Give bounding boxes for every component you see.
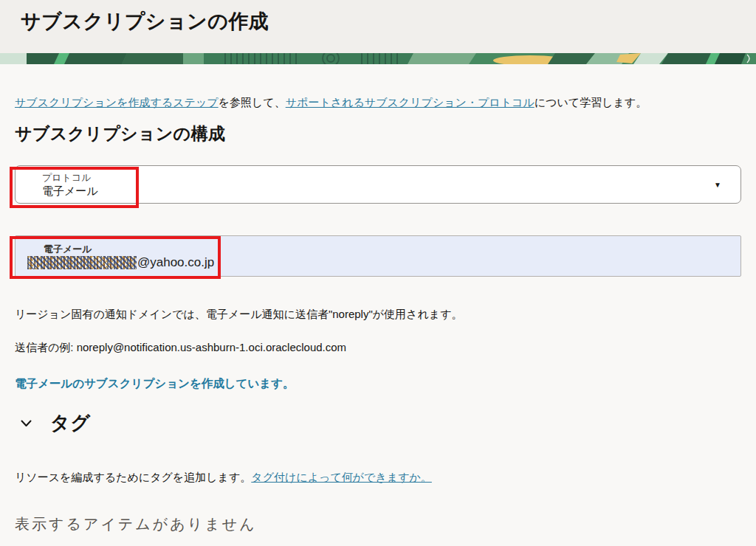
tags-section-heading: タグ bbox=[50, 410, 91, 436]
empty-items-message: 表示するアイテムがありません bbox=[15, 514, 741, 534]
tags-section-toggle[interactable]: タグ bbox=[15, 410, 741, 436]
protocol-value: 電子メール bbox=[42, 184, 98, 198]
protocol-select[interactable]: プロトコル 電子メール ▼ bbox=[15, 165, 741, 204]
email-input-content: 電子メール @yahoo.co.jp bbox=[16, 243, 214, 269]
email-input[interactable]: 電子メール @yahoo.co.jp bbox=[15, 235, 741, 277]
tagging-help-link[interactable]: タグ付けによって何ができますか。 bbox=[251, 471, 432, 483]
protocol-select-content: プロトコル 電子メール bbox=[16, 171, 98, 198]
noreply-note: リージョン固有の通知ドメインでは、電子メール通知に送信者"noreply"が使用… bbox=[15, 307, 741, 322]
intro-text: サブスクリプションを作成するステップを参照して、サポートされるサブスクリプション… bbox=[15, 64, 741, 110]
intro-text-1: を参照して、 bbox=[219, 96, 286, 108]
page-title: サブスクリプションの作成 bbox=[21, 8, 756, 35]
create-steps-link[interactable]: サブスクリプションを作成するステップ bbox=[15, 96, 219, 108]
page-header: サブスクリプションの作成 bbox=[0, 0, 756, 53]
email-value: @yahoo.co.jp bbox=[27, 255, 214, 269]
creating-subscription-message: 電子メールのサブスクリプションを作成しています。 bbox=[15, 376, 741, 392]
chevron-down-icon bbox=[21, 420, 32, 427]
intro-text-2: について学習します。 bbox=[535, 96, 647, 108]
tags-description: リソースを編成するためにタグを追加します。タグ付けによって何ができますか。 bbox=[15, 470, 741, 485]
chevron-down-dropdown-icon[interactable]: ▼ bbox=[714, 181, 721, 189]
supported-protocols-link[interactable]: サポートされるサブスクリプション・プロトコル bbox=[286, 96, 535, 108]
decorative-banner bbox=[0, 53, 756, 64]
config-section-heading: サブスクリプションの構成 bbox=[15, 122, 741, 145]
content-area: サブスクリプションを作成するステップを参照して、サポートされるサブスクリプション… bbox=[0, 64, 756, 546]
protocol-label: プロトコル bbox=[42, 171, 98, 184]
banner-pattern-image bbox=[0, 53, 756, 64]
email-domain-text: @yahoo.co.jp bbox=[137, 255, 214, 269]
subscription-create-page: サブスクリプションの作成 bbox=[0, 0, 756, 546]
redacted-email-localpart bbox=[27, 256, 137, 269]
tags-description-text: リソースを編成するためにタグを追加します。 bbox=[15, 471, 251, 483]
sender-example-note: 送信者の例: noreply@notification.us-ashburn-1… bbox=[15, 340, 741, 355]
email-label: 電子メール bbox=[27, 243, 214, 255]
